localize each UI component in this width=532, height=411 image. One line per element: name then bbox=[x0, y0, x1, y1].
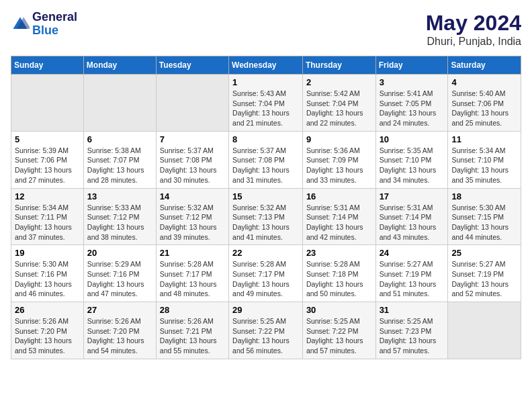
day-number: 22 bbox=[232, 248, 299, 258]
day-number: 14 bbox=[160, 191, 225, 201]
weekday-header: Monday bbox=[83, 56, 156, 75]
title-block: May 2024 Dhuri, Punjab, India bbox=[426, 11, 521, 48]
day-number: 10 bbox=[380, 134, 445, 144]
day-number: 15 bbox=[232, 191, 299, 201]
day-info: Sunrise: 5:26 AMSunset: 7:21 PMDaylight:… bbox=[160, 316, 225, 356]
calendar-cell: 30 Sunrise: 5:25 AMSunset: 7:22 PMDaylig… bbox=[302, 302, 375, 359]
day-info: Sunrise: 5:25 AMSunset: 7:22 PMDaylight:… bbox=[306, 316, 372, 356]
weekday-header-row: SundayMondayTuesdayWednesdayThursdayFrid… bbox=[11, 56, 521, 75]
day-number: 9 bbox=[306, 134, 372, 144]
calendar-cell: 9 Sunrise: 5:36 AMSunset: 7:09 PMDayligh… bbox=[302, 131, 375, 188]
day-info: Sunrise: 5:35 AMSunset: 7:10 PMDaylight:… bbox=[380, 146, 445, 185]
calendar-cell: 2 Sunrise: 5:42 AMSunset: 7:04 PMDayligh… bbox=[302, 75, 375, 132]
day-number: 29 bbox=[232, 305, 299, 315]
weekday-header: Wednesday bbox=[229, 56, 303, 75]
day-info: Sunrise: 5:40 AMSunset: 7:06 PMDaylight:… bbox=[451, 89, 517, 128]
day-info: Sunrise: 5:39 AMSunset: 7:06 PMDaylight:… bbox=[15, 146, 80, 185]
day-number: 13 bbox=[87, 191, 152, 201]
weekday-header: Thursday bbox=[302, 56, 375, 75]
calendar-cell: 16 Sunrise: 5:31 AMSunset: 7:14 PMDaylig… bbox=[302, 188, 375, 245]
day-info: Sunrise: 5:32 AMSunset: 7:13 PMDaylight:… bbox=[232, 203, 299, 242]
calendar-cell: 10 Sunrise: 5:35 AMSunset: 7:10 PMDaylig… bbox=[375, 131, 448, 188]
day-number: 25 bbox=[451, 248, 517, 258]
day-info: Sunrise: 5:28 AMSunset: 7:18 PMDaylight:… bbox=[306, 259, 372, 299]
day-info: Sunrise: 5:41 AMSunset: 7:05 PMDaylight:… bbox=[380, 89, 445, 128]
calendar-cell: 26 Sunrise: 5:26 AMSunset: 7:20 PMDaylig… bbox=[11, 302, 84, 359]
day-number: 26 bbox=[15, 305, 80, 315]
calendar-cell: 28 Sunrise: 5:26 AMSunset: 7:21 PMDaylig… bbox=[156, 302, 228, 359]
day-number: 11 bbox=[451, 134, 517, 144]
calendar-cell: 31 Sunrise: 5:25 AMSunset: 7:23 PMDaylig… bbox=[375, 302, 448, 359]
calendar-cell: 21 Sunrise: 5:28 AMSunset: 7:17 PMDaylig… bbox=[156, 245, 228, 302]
day-number: 2 bbox=[306, 77, 372, 87]
day-info: Sunrise: 5:34 AMSunset: 7:11 PMDaylight:… bbox=[15, 203, 80, 242]
day-info: Sunrise: 5:37 AMSunset: 7:08 PMDaylight:… bbox=[160, 146, 225, 185]
day-info: Sunrise: 5:38 AMSunset: 7:07 PMDaylight:… bbox=[87, 146, 152, 185]
calendar-week-row: 5 Sunrise: 5:39 AMSunset: 7:06 PMDayligh… bbox=[11, 131, 521, 188]
day-info: Sunrise: 5:28 AMSunset: 7:17 PMDaylight:… bbox=[232, 259, 299, 299]
day-number: 8 bbox=[232, 134, 299, 144]
day-number: 6 bbox=[87, 134, 152, 144]
day-number: 17 bbox=[380, 191, 445, 201]
day-info: Sunrise: 5:32 AMSunset: 7:12 PMDaylight:… bbox=[160, 203, 225, 242]
day-number: 20 bbox=[87, 248, 152, 258]
calendar-cell: 6 Sunrise: 5:38 AMSunset: 7:07 PMDayligh… bbox=[83, 131, 156, 188]
calendar-week-row: 1 Sunrise: 5:43 AMSunset: 7:04 PMDayligh… bbox=[11, 75, 521, 132]
day-info: Sunrise: 5:29 AMSunset: 7:16 PMDaylight:… bbox=[87, 259, 152, 299]
location: Dhuri, Punjab, India bbox=[426, 36, 521, 48]
day-number: 28 bbox=[160, 305, 225, 315]
calendar-cell: 25 Sunrise: 5:27 AMSunset: 7:19 PMDaylig… bbox=[448, 245, 521, 302]
day-info: Sunrise: 5:42 AMSunset: 7:04 PMDaylight:… bbox=[306, 89, 372, 128]
day-number: 23 bbox=[306, 248, 372, 258]
weekday-header: Sunday bbox=[11, 56, 84, 75]
calendar-cell: 20 Sunrise: 5:29 AMSunset: 7:16 PMDaylig… bbox=[83, 245, 156, 302]
calendar-cell: 8 Sunrise: 5:37 AMSunset: 7:08 PMDayligh… bbox=[229, 131, 303, 188]
day-number: 18 bbox=[451, 191, 517, 201]
calendar-table: SundayMondayTuesdayWednesdayThursdayFrid… bbox=[11, 56, 521, 359]
calendar-cell bbox=[11, 75, 84, 132]
calendar-week-row: 12 Sunrise: 5:34 AMSunset: 7:11 PMDaylig… bbox=[11, 188, 521, 245]
day-info: Sunrise: 5:27 AMSunset: 7:19 PMDaylight:… bbox=[380, 259, 445, 299]
day-number: 31 bbox=[380, 305, 445, 315]
page-header: GeneralBlue May 2024 Dhuri, Punjab, Indi… bbox=[11, 11, 521, 48]
day-number: 30 bbox=[306, 305, 372, 315]
calendar-cell: 12 Sunrise: 5:34 AMSunset: 7:11 PMDaylig… bbox=[11, 188, 84, 245]
calendar-cell: 18 Sunrise: 5:30 AMSunset: 7:15 PMDaylig… bbox=[448, 188, 521, 245]
calendar-cell: 23 Sunrise: 5:28 AMSunset: 7:18 PMDaylig… bbox=[302, 245, 375, 302]
day-number: 27 bbox=[87, 305, 152, 315]
calendar-cell: 29 Sunrise: 5:25 AMSunset: 7:22 PMDaylig… bbox=[229, 302, 303, 359]
day-number: 19 bbox=[15, 248, 80, 258]
calendar-cell: 15 Sunrise: 5:32 AMSunset: 7:13 PMDaylig… bbox=[229, 188, 303, 245]
day-info: Sunrise: 5:43 AMSunset: 7:04 PMDaylight:… bbox=[232, 89, 299, 128]
day-number: 21 bbox=[160, 248, 225, 258]
day-number: 4 bbox=[451, 77, 517, 87]
day-info: Sunrise: 5:30 AMSunset: 7:15 PMDaylight:… bbox=[451, 203, 517, 242]
day-info: Sunrise: 5:37 AMSunset: 7:08 PMDaylight:… bbox=[232, 146, 299, 185]
day-info: Sunrise: 5:34 AMSunset: 7:10 PMDaylight:… bbox=[451, 146, 517, 185]
calendar-cell bbox=[156, 75, 228, 132]
logo-icon bbox=[11, 15, 30, 34]
calendar-cell bbox=[448, 302, 521, 359]
day-info: Sunrise: 5:25 AMSunset: 7:22 PMDaylight:… bbox=[232, 316, 299, 356]
calendar-cell: 7 Sunrise: 5:37 AMSunset: 7:08 PMDayligh… bbox=[156, 131, 228, 188]
month-year: May 2024 bbox=[426, 11, 521, 36]
day-number: 1 bbox=[232, 77, 299, 87]
day-info: Sunrise: 5:25 AMSunset: 7:23 PMDaylight:… bbox=[380, 316, 445, 356]
weekday-header: Saturday bbox=[448, 56, 521, 75]
logo: GeneralBlue bbox=[11, 11, 77, 38]
day-number: 16 bbox=[306, 191, 372, 201]
calendar-week-row: 19 Sunrise: 5:30 AMSunset: 7:16 PMDaylig… bbox=[11, 245, 521, 302]
day-number: 12 bbox=[15, 191, 80, 201]
weekday-header: Friday bbox=[375, 56, 448, 75]
day-info: Sunrise: 5:27 AMSunset: 7:19 PMDaylight:… bbox=[451, 259, 517, 299]
day-number: 24 bbox=[380, 248, 445, 258]
calendar-cell: 1 Sunrise: 5:43 AMSunset: 7:04 PMDayligh… bbox=[229, 75, 303, 132]
calendar-cell: 22 Sunrise: 5:28 AMSunset: 7:17 PMDaylig… bbox=[229, 245, 303, 302]
day-info: Sunrise: 5:36 AMSunset: 7:09 PMDaylight:… bbox=[306, 146, 372, 185]
calendar-cell: 19 Sunrise: 5:30 AMSunset: 7:16 PMDaylig… bbox=[11, 245, 84, 302]
day-info: Sunrise: 5:33 AMSunset: 7:12 PMDaylight:… bbox=[87, 203, 152, 242]
calendar-cell: 3 Sunrise: 5:41 AMSunset: 7:05 PMDayligh… bbox=[375, 75, 448, 132]
calendar-cell: 27 Sunrise: 5:26 AMSunset: 7:20 PMDaylig… bbox=[83, 302, 156, 359]
day-info: Sunrise: 5:30 AMSunset: 7:16 PMDaylight:… bbox=[15, 259, 80, 299]
calendar-cell: 5 Sunrise: 5:39 AMSunset: 7:06 PMDayligh… bbox=[11, 131, 84, 188]
